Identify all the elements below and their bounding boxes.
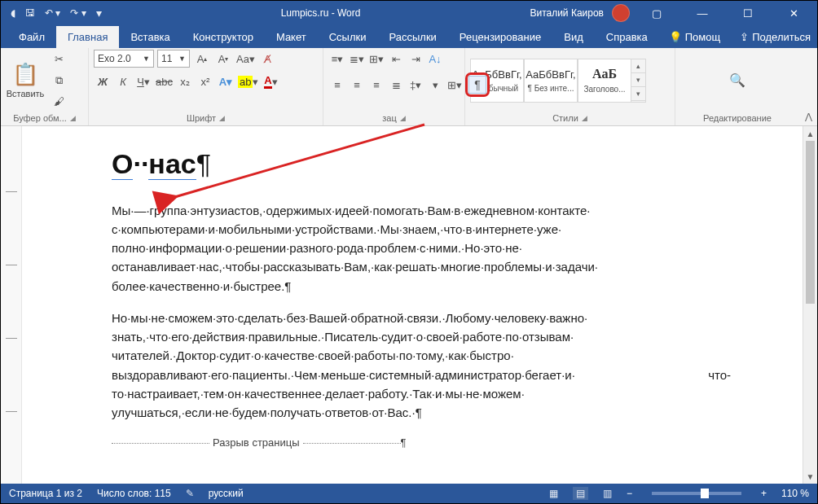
scroll-down-icon[interactable]: ▼ [803, 469, 817, 484]
tab-design[interactable]: Конструктор [182, 26, 265, 48]
styles-more-button[interactable]: ▴▾▾ [631, 59, 646, 103]
ribbon-display-options-icon[interactable]: ▢ [638, 1, 675, 25]
copy-icon: ⧉ [55, 74, 63, 87]
change-case-button[interactable]: Aa▾ [235, 50, 256, 68]
vertical-ruler[interactable] [1, 126, 22, 484]
italic-button[interactable]: К [114, 72, 132, 90]
clipboard-icon: 📋 [12, 62, 38, 87]
paragraph-2: Но·мы·не·сможем·это·сделать·без·Вашей·об… [112, 309, 731, 423]
share-button[interactable]: ⇪Поделиться [730, 26, 818, 48]
align-right-button[interactable]: ≡ [367, 76, 385, 94]
font-name-combo[interactable]: Exo 2.0▼ [94, 50, 154, 68]
clipboard-dialog-launcher-icon[interactable]: ◢ [70, 114, 76, 122]
language-indicator[interactable]: русский [209, 488, 244, 499]
tell-me-button[interactable]: 💡Помощ [659, 26, 730, 48]
decrease-indent-button[interactable]: ⇤ [387, 50, 405, 68]
read-mode-icon[interactable]: ▦ [549, 488, 558, 499]
sort-button[interactable]: A↓ [426, 50, 444, 68]
tab-help[interactable]: Справка [595, 26, 659, 48]
maximize-icon[interactable]: ☐ [729, 1, 767, 25]
tab-mailings[interactable]: Рассылки [377, 26, 447, 48]
borders-button[interactable]: ⊞▾ [446, 76, 464, 94]
group-font-label: Шрифт [187, 113, 216, 123]
subscript-button[interactable]: x₂ [176, 72, 194, 90]
word-count[interactable]: Число слов: 115 [97, 488, 171, 499]
line-spacing-button[interactable]: ‡▾ [407, 76, 424, 94]
ribbon: 📋 Вставить ✂ ⧉ 🖌 Буфер обм...◢ Exo 2.0▼ … [1, 48, 817, 126]
group-paragraph: ≡▾ ≣▾ ⊞▾ ⇤ ⇥ A↓ ≡ ≡ ≡ ≣ ‡▾ ▾ ⊞▾ ¶ [323, 48, 465, 125]
lightbulb-icon: 💡 [669, 31, 682, 43]
show-hide-pilcrow-button[interactable]: ¶ [465, 72, 490, 97]
group-styles-label: Стили [552, 113, 578, 123]
scrollbar-thumb[interactable] [806, 141, 815, 304]
decrease-font-button[interactable]: A▾ [214, 50, 232, 68]
page-indicator[interactable]: Страница 1 из 2 [9, 488, 82, 499]
page-canvas[interactable]: О··нас¶ Мы·—·группа·энтузиастов,·одержим… [22, 126, 803, 484]
undo-icon[interactable]: ↶ ▾ [45, 7, 60, 19]
group-font: Exo 2.0▼ 11▼ A▴ A▾ Aa▾ A̸ Ж К Ч▾ abc x₂ … [89, 48, 323, 125]
styles-dialog-launcher-icon[interactable]: ◢ [582, 114, 587, 122]
editing-button[interactable]: 🔍 [729, 72, 745, 88]
cut-button[interactable]: ✂ [50, 50, 68, 68]
document-heading: О··нас¶ [112, 142, 731, 186]
align-left-button[interactable]: ≡ [328, 76, 346, 94]
justify-button[interactable]: ≣ [387, 76, 405, 94]
increase-font-button[interactable]: A▴ [193, 50, 211, 68]
scroll-up-icon[interactable]: ▲ [803, 126, 817, 141]
tab-home[interactable]: Главная [56, 26, 119, 48]
group-clipboard: 📋 Вставить ✂ ⧉ 🖌 Буфер обм...◢ [1, 48, 89, 125]
minimize-icon[interactable]: — [684, 1, 721, 25]
proofing-icon[interactable]: ✎ [186, 488, 194, 499]
tab-references[interactable]: Ссылки [318, 26, 378, 48]
paragraph-dialog-launcher-icon[interactable]: ◢ [400, 114, 406, 122]
bold-button[interactable]: Ж [94, 72, 112, 90]
autosave-toggle-icon[interactable]: ◖ [11, 7, 15, 19]
ribbon-tabs: Файл Главная Вставка Конструктор Макет С… [1, 25, 817, 48]
redo-icon[interactable]: ↷ ▾ [70, 7, 86, 19]
font-size-combo[interactable]: 11▼ [157, 50, 190, 68]
qat-customize-icon[interactable]: ▾ [96, 7, 102, 20]
zoom-level[interactable]: 110 % [781, 488, 809, 499]
highlight-button[interactable]: ab▾ [237, 72, 259, 90]
style-heading[interactable]: АаБ Заголово... [578, 59, 631, 103]
close-icon[interactable]: ✕ [775, 1, 812, 25]
underline-button[interactable]: Ч▾ [134, 72, 152, 90]
format-painter-button[interactable]: 🖌 [50, 93, 68, 111]
user-name[interactable]: Виталий Каиров [530, 7, 604, 19]
multilevel-list-button[interactable]: ⊞▾ [367, 50, 385, 68]
vertical-scrollbar[interactable]: ▲ ▼ [803, 126, 817, 484]
shading-button[interactable]: ▾ [426, 76, 444, 94]
print-layout-icon[interactable]: ▤ [573, 487, 588, 500]
strikethrough-button[interactable]: abc [155, 72, 174, 90]
tab-layout[interactable]: Макет [265, 26, 318, 48]
numbering-button[interactable]: ≣▾ [348, 50, 366, 68]
quick-access-toolbar: ◖ 🖫 ↶ ▾ ↷ ▾ ▾ [1, 7, 112, 20]
app-window: ◖ 🖫 ↶ ▾ ↷ ▾ ▾ Lumpics.ru - Word Виталий … [0, 0, 818, 504]
avatar[interactable] [612, 4, 630, 22]
zoom-in-button[interactable]: + [761, 488, 767, 499]
copy-button[interactable]: ⧉ [50, 72, 68, 90]
tab-review[interactable]: Рецензирование [448, 26, 552, 48]
text-effects-button[interactable]: A▾ [217, 72, 235, 90]
collapse-ribbon-icon[interactable]: ⋀ [805, 112, 812, 122]
styles-gallery[interactable]: АаБбВвГг, ¶ Обычный АаБбВвГг, ¶ Без инте… [470, 59, 646, 103]
page-content[interactable]: О··нас¶ Мы·—·группа·энтузиастов,·одержим… [112, 142, 731, 452]
tab-file[interactable]: Файл [7, 26, 56, 48]
search-icon: 🔍 [729, 72, 745, 88]
paste-label: Вставить [7, 89, 45, 99]
tab-view[interactable]: Вид [552, 26, 595, 48]
paste-button[interactable]: 📋 Вставить [6, 62, 45, 99]
tab-insert[interactable]: Вставка [119, 26, 181, 48]
save-icon[interactable]: 🖫 [25, 7, 35, 19]
superscript-button[interactable]: x² [196, 72, 214, 90]
web-layout-icon[interactable]: ▥ [603, 488, 612, 499]
increase-indent-button[interactable]: ⇥ [407, 50, 424, 68]
bullets-button[interactable]: ≡▾ [328, 50, 346, 68]
font-color-button[interactable]: A▾ [262, 72, 279, 90]
clear-formatting-button[interactable]: A̸ [259, 50, 277, 68]
zoom-slider[interactable] [652, 492, 741, 495]
style-no-spacing[interactable]: АаБбВвГг, ¶ Без инте... [524, 59, 578, 103]
zoom-out-button[interactable]: − [627, 488, 632, 499]
font-dialog-launcher-icon[interactable]: ◢ [219, 114, 225, 122]
align-center-button[interactable]: ≡ [348, 76, 366, 94]
